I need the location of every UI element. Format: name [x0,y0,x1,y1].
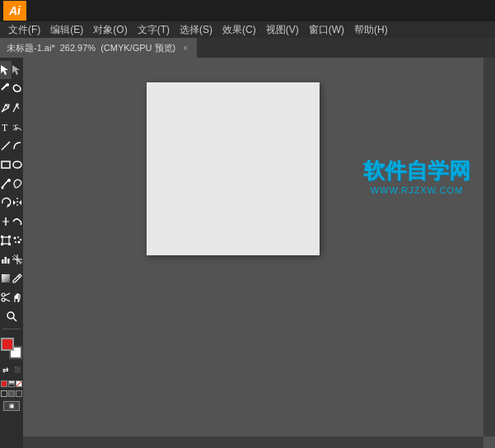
change-screen-mode[interactable]: ▣ [3,401,20,411]
pen-tools-row [0,99,23,117]
main-layout: T T [0,58,495,448]
tab-colormode: (CMYK/GPU 预览) [100,42,175,54]
svg-text:T: T [12,123,19,133]
menu-help[interactable]: 帮助(H) [349,21,393,38]
menu-effect[interactable]: 效果(C) [217,21,261,38]
reflect-tool[interactable] [12,194,23,212]
wand-lasso-row [0,80,23,98]
svg-line-39 [13,318,16,321]
svg-point-26 [18,241,21,244]
tab-close-button[interactable]: × [180,43,190,53]
menu-type[interactable]: 文字(T) [133,21,175,38]
rotate-tool[interactable] [0,194,12,212]
title-bar: Ai [0,0,495,21]
menu-edit[interactable]: 编辑(E) [45,21,88,38]
swap-colors-button[interactable]: ⇄ [0,364,11,375]
tab-bar: 未标题-1.ai* 262.97% (CMYK/GPU 预览) × [0,38,495,58]
menu-file[interactable]: 文件(F) [3,21,45,38]
menu-bar: 文件(F) 编辑(E) 对象(O) 文字(T) 选择(S) 效果(C) 视图(V… [0,21,495,38]
magic-wand-tool[interactable] [0,80,12,98]
add-anchor-tool[interactable] [12,99,23,117]
draw-behind-button[interactable] [16,390,22,397]
hand-tool[interactable] [12,288,23,306]
menu-select[interactable]: 选择(S) [175,21,217,38]
arc-tool[interactable] [12,137,23,155]
fill-stroke-area[interactable] [1,338,22,359]
svg-marker-13 [13,200,16,205]
svg-point-24 [20,239,21,240]
svg-marker-0 [1,65,8,75]
line-tools-row [0,137,23,155]
lasso-tool[interactable] [12,80,23,98]
menu-window[interactable]: 窗口(W) [304,21,349,38]
svg-point-9 [7,179,11,182]
direct-selection-tool[interactable] [12,61,23,79]
svg-rect-19 [8,236,11,238]
paintbrush-tools-row [0,175,23,193]
svg-rect-7 [2,161,10,168]
menu-object[interactable]: 对象(O) [88,21,132,38]
artboard [147,82,320,255]
rectangle-tool[interactable] [0,156,12,174]
width-tool[interactable] [0,212,12,231]
symbol-sprayer-tool[interactable] [12,231,23,250]
color-section: ⇄ ⬛ [0,334,23,378]
svg-point-22 [14,237,16,240]
warp-tool[interactable] [12,212,23,231]
none-mode-button[interactable] [16,380,22,387]
svg-line-2 [2,85,7,90]
type-path-tool[interactable]: T [12,118,23,136]
normal-draw-button[interactable] [1,390,7,397]
menu-view[interactable]: 视图(V) [261,21,304,38]
canvas-area[interactable]: 软件自学网 WWW.RJZXW.COM [23,58,495,448]
watermark-url: WWW.RJZXW.COM [363,185,470,195]
svg-line-37 [5,299,10,301]
tab-zoom: 262.97% [60,43,96,53]
svg-point-10 [2,187,4,189]
scrollbar-right[interactable] [483,58,495,436]
watermark-text: 软件自学网 [363,156,470,185]
svg-point-38 [7,312,14,319]
eyedropper-tool[interactable] [12,269,23,287]
selection-tools-row [0,61,23,79]
rotate-tools-row [0,194,23,212]
fill-color-box[interactable] [1,338,14,351]
draw-inside-button[interactable] [8,390,15,397]
selection-tool[interactable] [0,61,12,79]
column-graph-tool[interactable] [0,250,12,268]
shape-tools-row [0,156,23,174]
scrollbar-bottom[interactable] [23,436,483,448]
svg-point-35 [2,298,5,301]
paintbrush-tool[interactable] [0,175,12,193]
mesh-tool[interactable] [12,250,23,268]
svg-line-6 [2,142,10,150]
svg-point-8 [13,161,21,168]
type-tool[interactable]: T [0,118,12,136]
default-colors-button[interactable]: ⬛ [12,364,23,375]
gradient-tool[interactable] [0,269,12,287]
svg-rect-28 [5,257,7,264]
svg-rect-27 [2,259,4,264]
svg-line-33 [18,276,20,278]
transform-tools-row [0,231,23,250]
blob-brush-tool[interactable] [12,175,23,193]
gradient-mode-button[interactable] [8,380,15,387]
toolbar-divider [2,329,21,329]
free-transform-tool[interactable] [0,231,12,250]
toolbar: T T [0,58,23,448]
color-mode-button[interactable] [1,380,7,387]
zoom-tool[interactable] [1,307,23,325]
svg-point-23 [17,236,19,238]
warp-tools-row [0,212,23,231]
svg-text:T: T [2,122,8,133]
draw-mode-buttons [1,390,22,397]
active-tab[interactable]: 未标题-1.ai* 262.97% (CMYK/GPU 预览) × [0,38,197,58]
svg-rect-29 [7,259,10,264]
gradient-tools-row [0,269,23,287]
scissors-tool[interactable] [0,288,12,306]
svg-rect-21 [8,243,11,245]
line-tool[interactable] [0,137,12,155]
ellipse-tool[interactable] [12,156,23,174]
graph-tools-row [0,250,23,268]
pen-tool[interactable] [0,99,12,117]
